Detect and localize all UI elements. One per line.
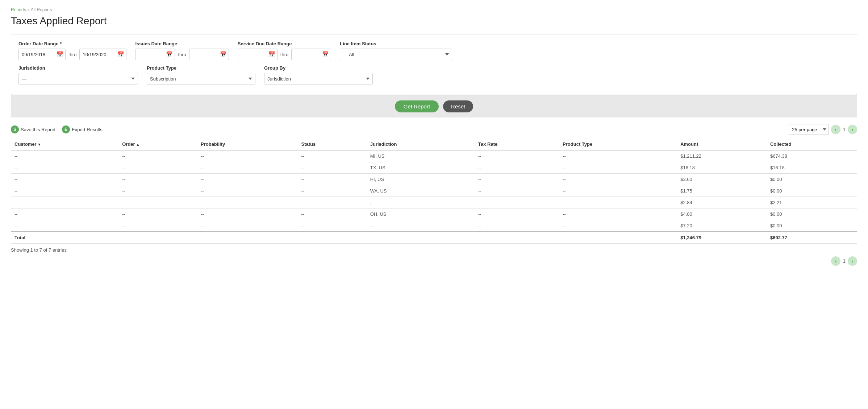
filter-row-2: Jurisdiction — MI, US TX, US HI, US WA, … <box>18 65 850 84</box>
cell-amount: $3.60 <box>677 174 767 185</box>
filter-panel: Order Date Range * 📅 thru 📅 Issues Date … <box>11 34 857 95</box>
pagination-bottom: ‹ 1 › <box>11 256 857 266</box>
cell-tax_rate: -- <box>475 162 559 174</box>
cell-jurisdiction: WA, US <box>367 185 475 197</box>
cell-amount: $1.75 <box>677 185 767 197</box>
cell-product_type: -- <box>559 150 677 162</box>
cell-probability: -- <box>197 150 298 162</box>
total-empty <box>298 232 367 244</box>
group-by-group: Group By Jurisdiction Customer Product T… <box>264 65 373 84</box>
service-due-date-range-label: Service Due Date Range <box>238 41 331 46</box>
cell-jurisdiction: OH, US <box>367 208 475 220</box>
issues-date-range-group: Issues Date Range 📅 thru 📅 <box>135 41 229 60</box>
cell-customer: -- <box>11 197 118 208</box>
cell-status: -- <box>298 174 367 185</box>
order-thru-label: thru <box>68 52 77 57</box>
cell-jurisdiction: HI, US <box>367 174 475 185</box>
export-results-link[interactable]: E Export Results <box>62 125 103 133</box>
cell-collected: $674.38 <box>767 150 857 162</box>
jurisdiction-select[interactable]: — MI, US TX, US HI, US WA, US OH, US <box>18 73 138 84</box>
cell-probability: -- <box>197 174 298 185</box>
get-report-button[interactable]: Get Report <box>395 100 439 112</box>
cell-order: -- <box>118 197 197 208</box>
save-report-link[interactable]: S Save this Report <box>11 125 55 133</box>
col-header-amount[interactable]: Amount <box>677 139 767 150</box>
cell-order: -- <box>118 185 197 197</box>
service-due-date-range-inputs: 📅 thru 📅 <box>238 49 331 60</box>
col-header-product-type[interactable]: Product Type <box>559 139 677 150</box>
cell-amount: $2.84 <box>677 197 767 208</box>
table-row: --------------$7.20$0.00 <box>11 220 857 232</box>
prev-page-button-bottom[interactable]: ‹ <box>831 256 840 266</box>
total-empty <box>197 232 298 244</box>
cell-customer: -- <box>11 174 118 185</box>
order-date-from-input[interactable] <box>18 49 66 60</box>
export-results-label: Export Results <box>72 127 103 132</box>
cell-product_type: -- <box>559 220 677 232</box>
cell-amount: $1,211.22 <box>677 150 767 162</box>
prev-page-button-top[interactable]: ‹ <box>831 125 840 134</box>
total-amount: $1,246.79 <box>677 232 767 244</box>
breadcrumb-reports-link[interactable]: Reports <box>11 7 26 12</box>
table-header: Customer Order Probability Status Jurisd… <box>11 139 857 150</box>
issues-date-range-label: Issues Date Range <box>135 41 229 46</box>
service-due-date-range-group: Service Due Date Range 📅 thru 📅 <box>238 41 331 60</box>
cell-status: -- <box>298 220 367 232</box>
total-row: Total$1,246.79$692.77 <box>11 232 857 244</box>
cell-customer: -- <box>11 150 118 162</box>
cell-product_type: -- <box>559 174 677 185</box>
order-date-to-wrap: 📅 <box>79 49 126 60</box>
order-date-to-input[interactable] <box>79 49 126 60</box>
cell-order: -- <box>118 162 197 174</box>
product-type-select[interactable]: Subscription One-Time Service <box>147 73 255 84</box>
service-date-from-input[interactable] <box>238 49 277 60</box>
col-header-customer[interactable]: Customer <box>11 139 118 150</box>
issues-date-to-input[interactable] <box>189 49 229 60</box>
cell-status: -- <box>298 162 367 174</box>
line-item-status-select[interactable]: — All — Active Inactive Pending <box>340 49 452 60</box>
col-header-status[interactable]: Status <box>298 139 367 150</box>
cell-status: -- <box>298 197 367 208</box>
cell-tax_rate: -- <box>475 197 559 208</box>
save-report-label: Save this Report <box>21 127 55 132</box>
issues-date-range-inputs: 📅 thru 📅 <box>135 49 229 60</box>
filter-row-1: Order Date Range * 📅 thru 📅 Issues Date … <box>18 41 850 60</box>
col-header-probability[interactable]: Probability <box>197 139 298 150</box>
order-date-range-group: Order Date Range * 📅 thru 📅 <box>18 41 126 60</box>
col-header-order[interactable]: Order <box>118 139 197 150</box>
service-date-from-wrap: 📅 <box>238 49 277 60</box>
next-page-button-bottom[interactable]: › <box>848 256 857 266</box>
cell-customer: -- <box>11 220 118 232</box>
jurisdiction-label: Jurisdiction <box>18 65 138 71</box>
total-empty <box>118 232 197 244</box>
group-by-select[interactable]: Jurisdiction Customer Product Type <box>264 73 373 84</box>
col-header-tax-rate[interactable]: Tax Rate <box>475 139 559 150</box>
cell-probability: -- <box>197 185 298 197</box>
col-header-collected[interactable]: Collected <box>767 139 857 150</box>
page-number-bottom: 1 <box>843 258 846 264</box>
service-date-to-wrap: 📅 <box>291 49 331 60</box>
reset-button[interactable]: Reset <box>443 100 473 112</box>
issues-date-from-input[interactable] <box>135 49 175 60</box>
cell-product_type: -- <box>559 197 677 208</box>
cell-collected: $2.21 <box>767 197 857 208</box>
cell-probability: -- <box>197 162 298 174</box>
table-row: --------WA, US----$1.75$0.00 <box>11 185 857 197</box>
cell-product_type: -- <box>559 185 677 197</box>
col-header-jurisdiction[interactable]: Jurisdiction <box>367 139 475 150</box>
next-page-button-top[interactable]: › <box>848 125 857 134</box>
cell-jurisdiction: MI, US <box>367 150 475 162</box>
issues-date-from-wrap: 📅 <box>135 49 175 60</box>
order-date-range-inputs: 📅 thru 📅 <box>18 49 126 60</box>
service-date-to-input[interactable] <box>291 49 331 60</box>
cell-amount: $16.18 <box>677 162 767 174</box>
per-page-select[interactable]: 10 per page 25 per page 50 per page 100 … <box>789 124 829 135</box>
cell-collected: $0.00 <box>767 185 857 197</box>
cell-probability: -- <box>197 220 298 232</box>
table-body: --------MI, US----$1,211.22$674.38------… <box>11 150 857 244</box>
cell-order: -- <box>118 174 197 185</box>
issues-date-to-wrap: 📅 <box>189 49 229 60</box>
line-item-status-group: Line Item Status — All — Active Inactive… <box>340 41 452 60</box>
cell-order: -- <box>118 208 197 220</box>
save-icon: S <box>11 125 19 133</box>
